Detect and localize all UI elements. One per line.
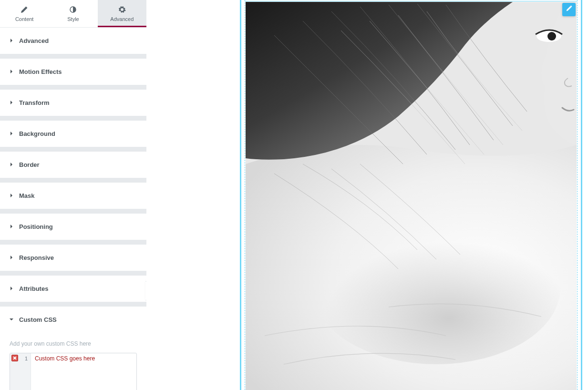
caret-right-icon: [10, 39, 13, 42]
error-icon: [11, 355, 18, 361]
caret-right-icon: [10, 101, 13, 104]
pencil-icon: [566, 5, 572, 14]
caret-right-icon: [10, 225, 13, 228]
panel-label: Mask: [19, 192, 35, 199]
custom-css-editor[interactable]: 1 Custom CSS goes here: [10, 353, 137, 390]
editor-gutter: 1: [10, 353, 31, 390]
gear-icon: [118, 6, 126, 14]
svg-point-4: [547, 32, 556, 41]
panel-transform[interactable]: Transform: [0, 90, 146, 116]
caret-down-icon: [10, 318, 13, 321]
caret-right-icon: [10, 132, 13, 135]
panel-label: Border: [19, 161, 40, 168]
panel-label: Attributes: [19, 285, 48, 292]
panel-label: Motion Effects: [19, 68, 62, 75]
image-widget-frame[interactable]: [240, 0, 582, 390]
tab-style[interactable]: Style: [49, 0, 97, 27]
panel-advanced[interactable]: Advanced: [0, 28, 146, 54]
caret-right-icon: [10, 256, 13, 259]
custom-css-helper: Add your own custom CSS here: [10, 340, 137, 347]
code-placeholder[interactable]: Custom CSS goes here: [31, 353, 136, 390]
panel-positioning[interactable]: Positioning: [0, 214, 146, 240]
caret-right-icon: [10, 287, 13, 290]
panel-label: Transform: [19, 99, 50, 106]
panel-responsive[interactable]: Responsive: [0, 245, 146, 271]
tab-label: Style: [67, 16, 79, 22]
panel-label: Positioning: [19, 223, 53, 230]
panel-label: Advanced: [19, 37, 49, 44]
tab-label: Advanced: [110, 16, 134, 22]
panel-custom-css-body: Add your own custom CSS here 1 Custom CS…: [0, 333, 146, 390]
panel-attributes[interactable]: Attributes: [0, 276, 146, 302]
panel-label: Custom CSS: [19, 316, 57, 323]
panel-background[interactable]: Background: [0, 121, 146, 147]
tab-label: Content: [15, 16, 34, 22]
panel-label: Responsive: [19, 254, 54, 261]
panel-motion-effects[interactable]: Motion Effects: [0, 59, 146, 85]
portrait-image: [246, 2, 577, 390]
settings-tabs: Content Style Advanced: [0, 0, 146, 28]
edit-widget-button[interactable]: [562, 3, 576, 16]
tab-advanced[interactable]: Advanced: [98, 0, 146, 27]
tab-content[interactable]: Content: [0, 0, 49, 27]
svg-point-2: [312, 212, 560, 364]
pencil-icon: [21, 6, 28, 14]
caret-right-icon: [10, 163, 13, 166]
editor-sidebar: Content Style Advanced Advanced Motion E…: [0, 0, 146, 390]
panel-border[interactable]: Border: [0, 152, 146, 178]
caret-right-icon: [10, 194, 13, 197]
panel-custom-css[interactable]: Custom CSS: [0, 307, 146, 333]
contrast-icon: [69, 6, 77, 14]
panel-mask[interactable]: Mask: [0, 183, 146, 209]
panel-label: Background: [19, 130, 55, 137]
panel-list: Advanced Motion Effects Transform Backgr…: [0, 28, 146, 390]
top-border: [245, 1, 578, 1]
caret-right-icon: [10, 70, 13, 73]
editor-canvas: [146, 0, 588, 390]
